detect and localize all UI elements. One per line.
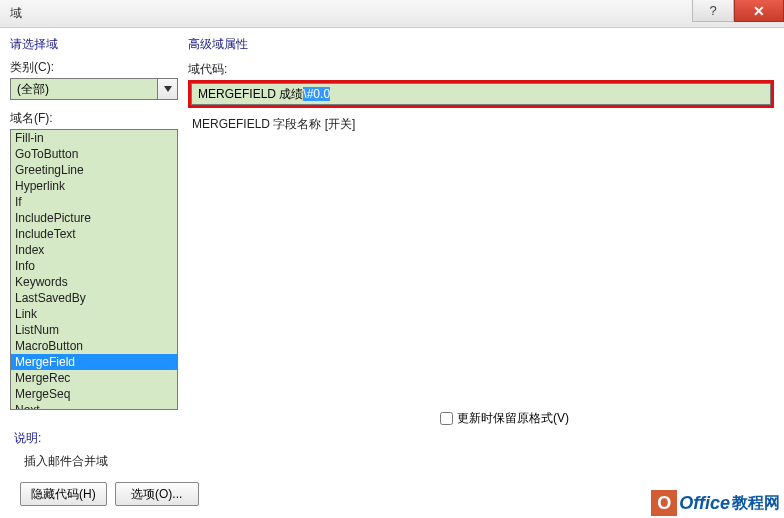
right-panel: 高级域属性 域代码: MERGEFIELD 成绩 \#0.0 MERGEFIEL…: [188, 36, 774, 410]
titlebar: 域 ? ✕: [0, 0, 784, 28]
list-item[interactable]: Fill-in: [11, 130, 177, 146]
list-item[interactable]: MergeField: [11, 354, 177, 370]
field-syntax: MERGEFIELD 字段名称 [开关]: [188, 114, 774, 135]
description-section: 说明: 插入邮件合并域: [14, 430, 108, 470]
watermark-brand1: Office: [679, 493, 730, 514]
description-title: 说明:: [14, 430, 108, 447]
preserve-format-checkbox[interactable]: [440, 412, 453, 425]
list-item[interactable]: GoToButton: [11, 146, 177, 162]
list-item[interactable]: Link: [11, 306, 177, 322]
fieldname-label: 域名(F):: [10, 110, 178, 127]
list-item[interactable]: MergeSeq: [11, 386, 177, 402]
options-button[interactable]: 选项(O)...: [115, 482, 199, 506]
preserve-format-label: 更新时保留原格式(V): [457, 410, 569, 427]
code-prefix: MERGEFIELD 成绩: [198, 86, 303, 103]
list-item[interactable]: Next: [11, 402, 177, 410]
dialog-content: 请选择域 类别(C): (全部) 域名(F): Fill-inGoToButto…: [0, 28, 784, 416]
chevron-down-icon: [164, 86, 172, 92]
list-item[interactable]: GreetingLine: [11, 162, 177, 178]
list-item[interactable]: MergeRec: [11, 370, 177, 386]
list-item[interactable]: ListNum: [11, 322, 177, 338]
field-code-input[interactable]: MERGEFIELD 成绩 \#0.0: [191, 83, 771, 105]
list-item[interactable]: IncludeText: [11, 226, 177, 242]
list-item[interactable]: IncludePicture: [11, 210, 177, 226]
description-text: 插入邮件合并域: [14, 453, 108, 470]
bottom-buttons: 隐藏代码(H) 选项(O)...: [20, 482, 199, 506]
list-item[interactable]: Index: [11, 242, 177, 258]
help-button[interactable]: ?: [692, 0, 734, 22]
list-item[interactable]: Info: [11, 258, 177, 274]
window-title: 域: [10, 5, 22, 22]
category-value: (全部): [10, 78, 158, 100]
hide-code-button[interactable]: 隐藏代码(H): [20, 482, 107, 506]
watermark-icon: O: [651, 490, 677, 516]
left-panel: 请选择域 类别(C): (全部) 域名(F): Fill-inGoToButto…: [10, 36, 178, 410]
category-combo[interactable]: (全部): [10, 78, 178, 100]
code-label: 域代码:: [188, 61, 774, 78]
category-label: 类别(C):: [10, 59, 178, 76]
please-select-label: 请选择域: [10, 36, 178, 53]
field-name-listbox[interactable]: Fill-inGoToButtonGreetingLineHyperlinkIf…: [10, 129, 178, 410]
window-controls: ? ✕: [692, 0, 784, 22]
close-button[interactable]: ✕: [734, 0, 784, 22]
list-item[interactable]: Hyperlink: [11, 178, 177, 194]
watermark: O Office 教程网: [651, 490, 780, 516]
code-input-highlight: MERGEFIELD 成绩 \#0.0: [188, 80, 774, 108]
code-group: 域代码: MERGEFIELD 成绩 \#0.0 MERGEFIELD 字段名称…: [188, 61, 774, 135]
preserve-format-row: 更新时保留原格式(V): [440, 410, 569, 427]
advanced-label: 高级域属性: [188, 36, 774, 53]
list-item[interactable]: LastSavedBy: [11, 290, 177, 306]
watermark-brand2: 教程网: [732, 493, 780, 514]
close-icon: ✕: [753, 3, 765, 19]
list-item[interactable]: If: [11, 194, 177, 210]
list-item[interactable]: MacroButton: [11, 338, 177, 354]
list-item[interactable]: Keywords: [11, 274, 177, 290]
category-dropdown-button[interactable]: [158, 78, 178, 100]
code-selection: \#0.0: [303, 87, 330, 101]
